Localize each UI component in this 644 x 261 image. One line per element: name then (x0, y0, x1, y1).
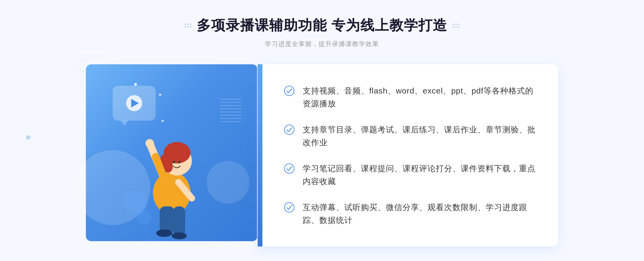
header-dot (455, 26, 457, 28)
header-title-row: 多项录播课辅助功能 专为线上教学打造 (185, 16, 459, 35)
header-dot (185, 26, 186, 28)
header-dot (458, 24, 459, 25)
svg-rect-17 (173, 206, 185, 236)
feature-item-2: 支持章节目录、弹题考试、课后练习、课后作业、章节测验、批改作业 (284, 123, 537, 149)
main-title: 多项录播课辅助功能 专为线上教学打造 (197, 16, 447, 35)
character-illustration (123, 102, 220, 241)
header-dots-right (453, 24, 459, 28)
lines-pattern (217, 96, 244, 129)
header-dot (455, 24, 457, 25)
svg-point-22 (284, 86, 294, 96)
feature-text-2: 支持章节目录、弹题考试、课后练习、课后作业、章节测验、批改作业 (303, 123, 537, 149)
header-dot (187, 24, 189, 25)
header-section: 多项录播课辅助功能 专为线上教学打造 学习进度全掌握，提升录播课教学效果 (185, 16, 459, 48)
header-dot (458, 26, 459, 28)
feature-text-3: 学习笔记回看、课程提问、课程评论打分、课件资料下载，重点内容收藏 (303, 162, 537, 188)
subtitle: 学习进度全掌握，提升录播课教学效果 (185, 40, 459, 48)
features-card: 支持视频、音频、flash、word、excel、ppt、pdf等各种格式的资源… (257, 64, 558, 247)
sparkle-decoration (159, 94, 161, 96)
check-icon-2 (284, 124, 295, 135)
feature-text-1: 支持视频、音频、flash、word、excel、ppt、pdf等各种格式的资源… (303, 84, 537, 110)
check-icon-3 (284, 163, 295, 174)
chevron-left-icon: » (25, 131, 29, 143)
header-dot (453, 26, 454, 28)
header-dot (185, 24, 186, 25)
content-area: 支持视频、音频、flash、word、excel、ppt、pdf等各种格式的资源… (86, 64, 558, 247)
svg-rect-16 (160, 206, 174, 233)
feature-item-3: 学习笔记回看、课程提问、课程评论打分、课件资料下载，重点内容收藏 (284, 162, 537, 188)
svg-point-23 (284, 125, 294, 135)
svg-point-24 (284, 164, 294, 173)
header-dot (190, 24, 191, 25)
header-dot (187, 26, 189, 28)
check-icon-1 (284, 85, 295, 96)
svg-point-15 (145, 139, 154, 148)
svg-point-20 (173, 161, 175, 163)
header-dot (453, 24, 454, 25)
left-image-panel (86, 64, 258, 241)
blue-divider-bar (258, 64, 262, 247)
svg-point-21 (178, 161, 181, 163)
header-dots-left (185, 24, 191, 28)
svg-point-19 (172, 232, 187, 239)
svg-point-25 (284, 203, 294, 212)
sparkle-decoration (134, 83, 137, 86)
feature-item-1: 支持视频、音频、flash、word、excel、ppt、pdf等各种格式的资源… (284, 84, 537, 110)
feature-text-4: 互动弹幕、试听购买、微信分享、观看次数限制、学习进度跟踪、数据统计 (303, 201, 537, 227)
feature-item-4: 互动弹幕、试听购买、微信分享、观看次数限制、学习进度跟踪、数据统计 (284, 201, 537, 227)
check-icon-4 (284, 202, 295, 213)
page-wrapper: » 多项录播课辅助功能 专为线上教学打造 (0, 0, 644, 261)
header-dot (190, 26, 191, 28)
svg-point-18 (156, 229, 172, 237)
